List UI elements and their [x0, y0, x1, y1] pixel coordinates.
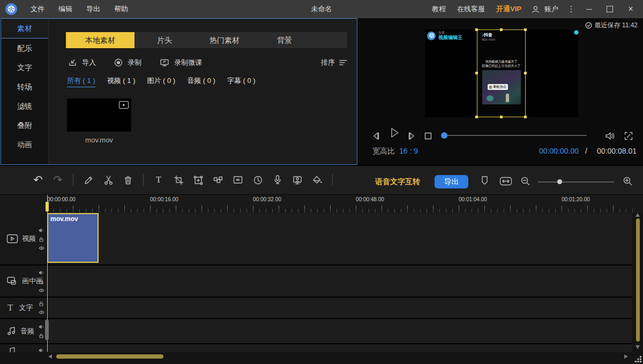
tab-popular-media[interactable]: 热门素材: [195, 32, 255, 48]
fullscreen-icon[interactable]: [624, 131, 633, 141]
playback-slider[interactable]: [442, 135, 587, 136]
sidebar-item-media[interactable]: 素材: [1, 19, 48, 39]
sidebar-item-text[interactable]: 文字: [1, 58, 48, 77]
maximize-button[interactable]: [602, 0, 618, 18]
handle-top-left[interactable]: [475, 28, 478, 31]
selected-video-clip[interactable]: ♪抖音 REN·IVNVI 泡泡糖威力越来越大了 好像已经赶上可乐的大小了 彩虹…: [477, 29, 526, 117]
pip-tool-button[interactable]: [232, 173, 244, 187]
filter-video[interactable]: 视频 ( 1 ): [107, 76, 136, 87]
import-button[interactable]: 导入: [68, 58, 96, 67]
export-button[interactable]: 导出: [435, 175, 468, 188]
mute-icon[interactable]: [39, 228, 44, 233]
mute-icon[interactable]: [39, 347, 44, 352]
track-scroll-handle[interactable]: [45, 320, 49, 340]
timeline-ruler[interactable]: 00:00:00.00 00:00:16.00 00:00:32.00 00:0…: [0, 195, 643, 213]
record-button[interactable]: 录制: [114, 58, 141, 67]
record-lesson-button[interactable]: 录制微课: [160, 58, 202, 67]
menu-file[interactable]: 文件: [31, 4, 44, 14]
edit-tool-button[interactable]: [83, 173, 94, 187]
tab-local-media[interactable]: 本地素材: [66, 32, 134, 48]
more-menu-icon[interactable]: ⋮: [566, 0, 576, 18]
visibility-icon[interactable]: [39, 310, 44, 315]
sidebar-item-animation[interactable]: 动画: [1, 135, 48, 154]
track-text[interactable]: T 文字: [0, 298, 632, 319]
crop-tool-button[interactable]: [173, 173, 184, 187]
mosaic-tool-button[interactable]: [212, 173, 224, 187]
account-link[interactable]: 账户: [544, 4, 562, 14]
zoom-in-icon[interactable]: [623, 176, 633, 186]
stop-button[interactable]: [424, 132, 432, 140]
horizontal-scroll-thumb[interactable]: [56, 354, 163, 359]
handle-bottom-right[interactable]: [524, 116, 527, 118]
prev-frame-button[interactable]: [371, 131, 381, 141]
lock-icon[interactable]: [39, 279, 44, 285]
lock-icon[interactable]: [39, 333, 44, 339]
sidebar-item-transition[interactable]: 转场: [1, 77, 48, 96]
visibility-icon[interactable]: [39, 288, 44, 293]
online-support-link[interactable]: 在线客服: [454, 4, 488, 14]
playback-slider-knob[interactable]: [441, 132, 447, 139]
split-tool-button[interactable]: [102, 173, 114, 187]
minimize-button[interactable]: [581, 0, 597, 18]
track-audio[interactable]: 音频: [0, 319, 632, 344]
resize-grip[interactable]: [635, 356, 642, 363]
voiceover-tool-button[interactable]: [272, 173, 283, 187]
mute-icon[interactable]: [39, 270, 44, 276]
tab-intro[interactable]: 片头: [134, 32, 195, 48]
fit-timeline-icon[interactable]: [499, 177, 512, 186]
undo-button[interactable]: ↶: [32, 173, 44, 187]
handle-left[interactable]: [475, 72, 478, 74]
track-pip[interactable]: 画中画: [0, 266, 632, 298]
scroll-right-icon[interactable]: [624, 354, 628, 359]
sidebar-item-filter[interactable]: 滤镜: [1, 96, 48, 116]
next-frame-button[interactable]: [407, 131, 416, 141]
filter-image[interactable]: 图片 ( 0 ): [147, 76, 175, 87]
lock-icon[interactable]: [39, 237, 44, 242]
media-item-thumbnail[interactable]: [67, 98, 131, 132]
text-tool-button[interactable]: T: [153, 173, 165, 187]
track-video[interactable]: 视频 mov.mov: [0, 213, 632, 266]
handle-bottom[interactable]: [500, 116, 503, 118]
menu-export[interactable]: 导出: [86, 4, 100, 14]
zoom-crop-tool-button[interactable]: [192, 173, 204, 187]
speech-text-convert-button[interactable]: 语音文字互转: [375, 177, 420, 187]
timeline-clip[interactable]: mov.mov: [47, 213, 99, 263]
handle-top[interactable]: [500, 28, 503, 31]
timeline-zoom-slider[interactable]: [537, 181, 614, 183]
delete-tool-button[interactable]: [122, 173, 134, 187]
scroll-down-icon[interactable]: [635, 345, 640, 349]
zoom-out-icon[interactable]: [520, 176, 530, 186]
tab-background[interactable]: 背景: [255, 32, 315, 48]
menu-help[interactable]: 帮助: [114, 4, 128, 14]
aspect-ratio-value[interactable]: 16 : 9: [399, 147, 418, 155]
scroll-up-icon[interactable]: [635, 213, 640, 217]
sidebar-item-music[interactable]: 配乐: [1, 39, 48, 58]
filter-subtitle[interactable]: 字幕 ( 0 ): [227, 76, 256, 87]
filter-audio[interactable]: 音频 ( 0 ): [187, 76, 215, 87]
duration-tool-button[interactable]: [252, 173, 264, 187]
vip-link[interactable]: 开通VIP: [493, 4, 525, 14]
vertical-scroll-thumb[interactable]: [636, 218, 640, 342]
redo-button[interactable]: ↷: [52, 173, 64, 187]
playhead-marker[interactable]: [46, 202, 49, 211]
close-button[interactable]: ×: [623, 0, 639, 18]
scroll-left-icon[interactable]: [48, 354, 52, 359]
horizontal-scrollbar[interactable]: [47, 352, 626, 361]
handle-bottom-left[interactable]: [475, 116, 478, 118]
handle-top-right[interactable]: [524, 28, 527, 31]
sort-button[interactable]: 排序: [321, 58, 347, 67]
lock-icon[interactable]: [39, 301, 44, 307]
timeline-zoom-knob[interactable]: [557, 179, 562, 184]
filter-all[interactable]: 所有 ( 1 ): [67, 76, 95, 87]
play-button[interactable]: [388, 126, 401, 139]
presenter-tool-button[interactable]: [291, 173, 303, 187]
mute-icon[interactable]: [39, 324, 44, 330]
visibility-icon[interactable]: [39, 246, 44, 251]
fill-tool-button[interactable]: [311, 173, 323, 187]
track-partial[interactable]: [0, 344, 632, 352]
sidebar-item-overlay[interactable]: 叠附: [1, 116, 48, 135]
marker-flag-icon[interactable]: [480, 175, 489, 186]
handle-right[interactable]: [524, 72, 527, 74]
vertical-scrollbar[interactable]: [635, 213, 641, 353]
volume-icon[interactable]: [605, 131, 616, 141]
